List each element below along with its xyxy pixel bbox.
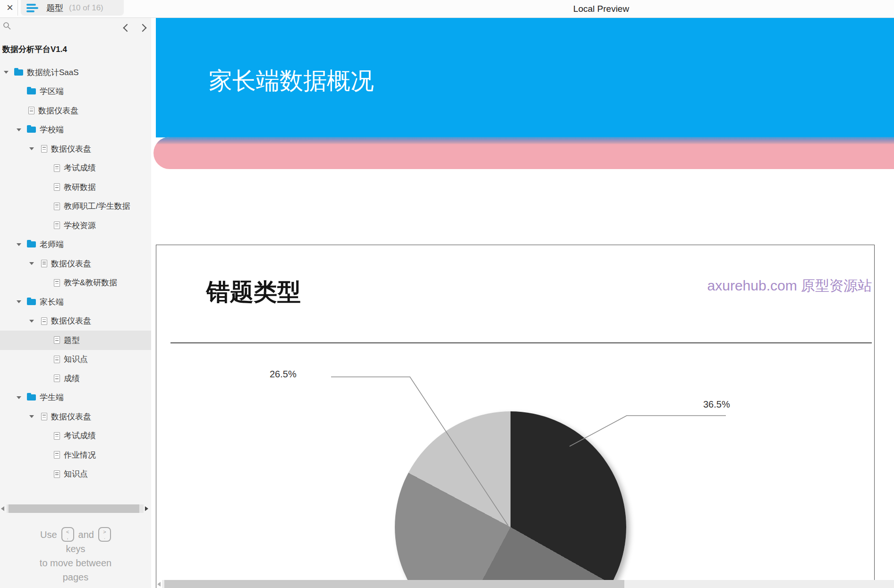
page-icon [54,432,60,440]
tree-item[interactable]: 老师端 [0,235,151,255]
expand-arrow-icon[interactable] [17,128,27,131]
close-icon[interactable]: × [3,1,17,15]
hint-text-use: Use [40,528,57,542]
expand-arrow-icon[interactable] [4,71,14,74]
tree-item[interactable]: 作业情况 [0,445,151,465]
comma-key-icon: <, [61,527,74,542]
tree-item-label: 教学&教研数据 [64,277,117,288]
watermark-text: axurehub.com 原型资源站 [707,276,872,296]
hint-line-keys: keys [0,542,151,556]
tree-item-label: 考试成绩 [64,162,96,173]
expand-arrow-icon[interactable] [17,300,27,303]
tree-item[interactable]: 教师职工/学生数据 [0,197,151,216]
expand-arrow-icon[interactable] [29,147,40,150]
expand-arrow-icon[interactable] [29,320,40,323]
tree-item-label: 数据仪表盘 [51,258,91,269]
tree-item-label: 考试成绩 [64,430,96,441]
tree-item-label: 作业情况 [64,450,96,460]
page-icon [54,203,60,210]
folder-icon [27,88,36,94]
expand-arrow-icon[interactable] [17,243,27,246]
tree-item[interactable]: 教研数据 [0,178,151,197]
page-tree: 数据统计SaaS学区端数据仪表盘学校端数据仪表盘考试成绩教研数据教师职工/学生数… [0,63,151,484]
page-icon [28,107,34,114]
banner-title: 家长端数据概况 [209,65,374,97]
page-icon [54,336,60,344]
page-header-banner: 家长端数据概况 [156,18,894,137]
tree-item[interactable]: 教学&教研数据 [0,273,151,293]
tree-item-label: 题型 [64,335,80,346]
tree-item[interactable]: 学校资源 [0,216,151,235]
axure-local-preview-window: × 题型 (10 of 16) Local Preview 数据分析平台V1.4… [0,0,894,588]
tree-item[interactable]: 数据仪表盘 [0,139,151,159]
keyboard-hint: Use <, and >. keys to move between pages [0,527,151,584]
search-icon[interactable] [3,22,11,32]
tree-item[interactable]: 知识点 [0,350,151,369]
tree-item[interactable]: 知识点 [0,465,151,484]
sidebar-scrollbar [0,504,151,513]
hint-line-move: to move between [0,556,151,570]
tree-item[interactable]: 数据仪表盘 [0,407,151,426]
main-scrollbar [156,580,894,588]
next-page-icon[interactable] [139,24,147,32]
scroll-left-icon[interactable] [1,506,4,511]
main-scrollbar-thumb[interactable] [164,580,624,588]
tree-item[interactable]: 家长端 [0,292,151,312]
tree-item[interactable]: 学校端 [0,120,151,140]
sidebar-scrollbar-thumb[interactable] [9,504,139,513]
hint-line-pages: pages [0,570,151,584]
page-icon [54,356,60,363]
folder-icon [27,241,36,247]
page-icon [54,279,60,287]
tree-item-label: 成绩 [64,373,80,384]
tree-item[interactable]: 数据仪表盘 [0,254,151,273]
tree-item-label: 数据仪表盘 [51,315,91,326]
toolbar-divider [17,0,18,16]
chart-title: 错题类型 [206,276,301,308]
previous-page-icon[interactable] [123,24,131,32]
scroll-right-icon[interactable] [145,506,148,511]
tree-item-label: 学生端 [40,392,64,403]
banner-shadow-overlay [153,137,894,145]
tree-item[interactable]: 考试成绩 [0,159,151,178]
tree-item[interactable]: 数据统计SaaS [0,63,151,82]
tree-item-label: 学校资源 [64,220,96,231]
sitemap-sidebar: 数据分析平台V1.4 数据统计SaaS学区端数据仪表盘学校端数据仪表盘考试成绩教… [0,18,151,588]
expand-arrow-icon[interactable] [17,396,27,399]
current-page-title: 题型 [46,2,63,14]
tree-item[interactable]: 学生端 [0,388,151,408]
tree-item-label: 老师端 [40,239,64,250]
page-icon [41,317,47,325]
tree-item[interactable]: 成绩 [0,369,151,388]
local-preview-label: Local Preview [568,4,634,14]
chart-card: 错题类型 axurehub.com 原型资源站 26.5% 36.5% [156,245,875,588]
tree-item[interactable]: 学区端 [0,82,151,102]
main-scroll-left-icon[interactable] [157,582,161,587]
page-icon [54,451,60,459]
folder-icon [27,299,36,305]
page-icon [54,222,60,229]
tree-item-label: 数据仪表盘 [51,144,91,154]
tree-item-label: 教研数据 [64,182,96,193]
hint-text-and: and [78,528,94,542]
tree-item-label: 数据仪表盘 [38,105,78,116]
tree-item[interactable]: 题型 [0,331,151,350]
folder-icon [14,69,23,76]
project-title: 数据分析平台V1.4 [2,44,67,55]
title-divider [170,342,872,343]
page-icon [41,145,47,153]
pie-label-light-gray-slice: 26.5% [270,369,297,380]
page-icon [54,470,60,478]
expand-arrow-icon[interactable] [29,415,40,418]
tree-item[interactable]: 考试成绩 [0,426,151,446]
tree-item-label: 数据仪表盘 [51,411,91,422]
folder-icon [27,394,36,401]
expand-arrow-icon[interactable] [29,262,40,265]
sitemap-page-tab[interactable]: 题型 (10 of 16) [21,0,124,16]
tree-item[interactable]: 数据仪表盘 [0,101,151,120]
pie-chart [395,411,626,588]
tree-item-label: 知识点 [64,469,88,479]
tree-item-label: 学校端 [40,124,64,135]
page-icon [41,413,47,420]
tree-item[interactable]: 数据仪表盘 [0,312,151,331]
